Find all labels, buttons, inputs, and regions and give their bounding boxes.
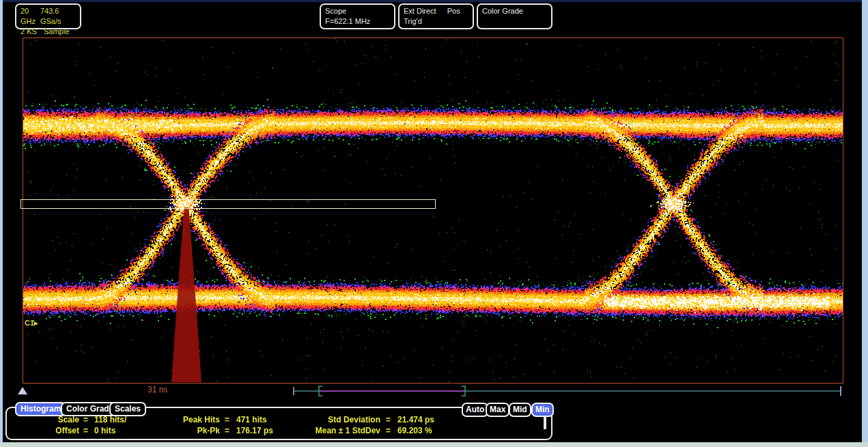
stat-scale-label: Scale — [16, 415, 79, 424]
display-mode-title: Color Grade — [482, 6, 523, 16]
scope-frequency: F=622.1 MHz — [325, 16, 370, 27]
frame-top-edge — [0, 0, 868, 2]
stat-pkpk-value: 176.17 ps — [236, 426, 273, 435]
tab-scales[interactable]: Scales — [109, 402, 146, 416]
trigger-source: Ext Direct — [404, 6, 436, 16]
button-max[interactable]: Max — [486, 403, 509, 417]
button-min[interactable]: Min — [531, 403, 554, 417]
equals-sign: = — [225, 415, 229, 424]
acquisition-summary-box[interactable]: 20 GHz 743.6 GSa/s 2 KS Sample — [15, 3, 81, 29]
stat-offset-value: 0 hits — [94, 426, 115, 435]
trigger-slope: Pos — [447, 6, 460, 16]
trigger-state: Trig'd — [404, 16, 422, 27]
frame-bottom-edge — [0, 442, 868, 447]
equals-sign: = — [386, 415, 391, 424]
panel-resize-handle[interactable] — [544, 416, 546, 429]
timebase-label: 31 ns — [148, 385, 167, 394]
scope-status-box[interactable]: Scope F=622.1 MHz — [320, 3, 395, 29]
button-mid[interactable]: Mid — [509, 403, 531, 417]
display-mode-box[interactable]: Color Grade — [477, 3, 552, 29]
trigger-position-marker[interactable] — [17, 386, 29, 396]
histogram-window-box[interactable] — [20, 199, 436, 209]
stat-mean-stddev-label: Mean ± 1 StdDev — [277, 426, 380, 435]
stat-mean-stddev-value: 69.203 % — [397, 426, 432, 435]
oscilloscope-screen: 20 GHz 743.6 GSa/s 2 KS Sample Scope F=6… — [0, 0, 868, 447]
tab-histogram[interactable]: Histogram — [15, 402, 66, 416]
stat-stddev-label: Std Deviation — [277, 415, 380, 424]
channel-label-c1[interactable]: C1▸ — [25, 319, 38, 328]
scope-title: Scope — [325, 6, 346, 16]
histogram-stats-panel: Histogram Color Grade Scales Auto Max Mi… — [5, 407, 552, 440]
eye-diagram-persistence — [23, 38, 843, 383]
frame-left-edge — [0, 0, 3, 447]
measurement-cursor-line[interactable] — [290, 383, 847, 399]
frame-right-edge — [862, 0, 868, 447]
stat-peak-hits-value: 471 hits — [236, 415, 267, 424]
button-auto[interactable]: Auto — [462, 403, 488, 417]
stat-stddev-value: 21.474 ps — [397, 415, 434, 424]
stat-pkpk-label: Pk-Pk — [143, 426, 220, 435]
bandwidth-value: 20 GHz — [20, 6, 40, 27]
equals-sign: = — [83, 415, 88, 424]
sample-rate-value: 743.6 GSa/s — [40, 6, 76, 27]
equals-sign: = — [83, 426, 88, 435]
stat-peak-hits-label: Peak Hits — [143, 415, 220, 424]
stat-scale-value: 118 hits/ — [94, 415, 126, 424]
stat-offset-label: Offset — [16, 426, 79, 435]
equals-sign: = — [386, 426, 391, 435]
record-length-value: 2 KS — [20, 27, 44, 37]
waveform-display-area[interactable] — [23, 38, 843, 384]
acquisition-mode-value: Sample — [44, 27, 69, 37]
equals-sign: = — [225, 426, 229, 435]
trigger-status-box[interactable]: Ext Direct Pos Trig'd — [398, 3, 474, 29]
